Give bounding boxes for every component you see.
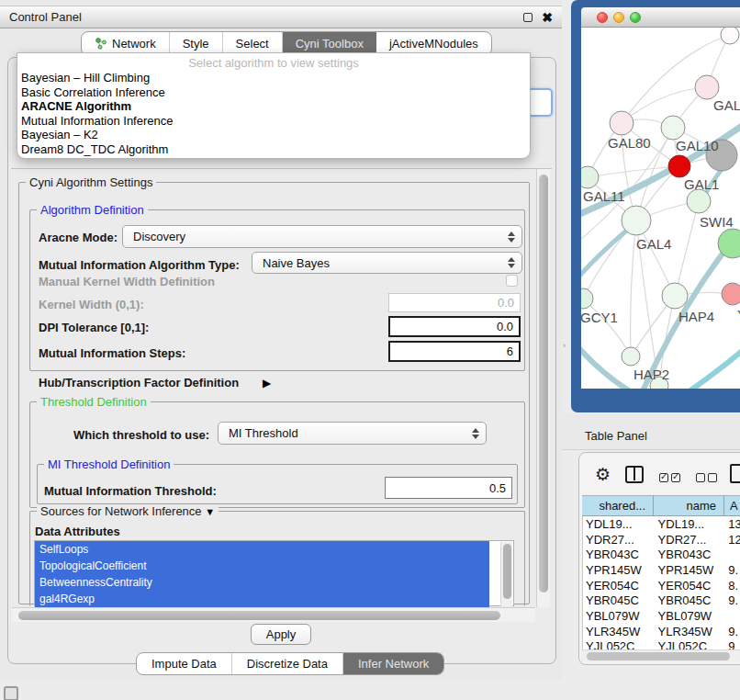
node-label: GAL10 xyxy=(676,138,719,153)
minimize-traffic-light-icon[interactable] xyxy=(613,12,624,23)
table-row[interactable]: YBR043CYBR043C xyxy=(583,547,740,562)
tab-infer-network[interactable]: Infer Network xyxy=(343,653,443,674)
settings-horizontal-scrollbar[interactable] xyxy=(12,607,535,622)
apply-button[interactable]: Apply xyxy=(251,624,311,645)
node-hap2[interactable] xyxy=(622,347,640,366)
mi-threshold-input[interactable]: 0.5 xyxy=(385,477,512,499)
expand-right-triangle-icon[interactable] xyxy=(263,374,271,390)
node-label: GAL xyxy=(713,97,740,113)
node-gal-partial[interactable] xyxy=(695,75,719,99)
bottom-tabbar: Impute Data Discretize Data Infer Networ… xyxy=(136,652,444,675)
table-row[interactable]: YDL19...YDL19...13 xyxy=(583,516,740,532)
hub-definition-toggle[interactable]: Hub/Transcription Factor Definition xyxy=(39,376,239,390)
table-row[interactable]: YBL079WYBL079W xyxy=(583,608,740,624)
list-item-selected[interactable]: gal4RGexp xyxy=(35,591,489,607)
scrollbar-thumb[interactable] xyxy=(18,611,500,620)
gear-icon[interactable]: ⚙ xyxy=(595,464,611,485)
node-label: GAL80 xyxy=(608,135,651,151)
scrollbar-thumb[interactable] xyxy=(503,544,511,599)
node-gcy1[interactable] xyxy=(581,288,593,309)
scrollbar-thumb[interactable] xyxy=(587,652,730,660)
scrollbar-thumb[interactable] xyxy=(539,175,548,593)
column-header-partial[interactable]: A xyxy=(724,495,740,516)
mi-type-select[interactable]: Naive Bayes xyxy=(252,252,522,274)
node-unlabeled[interactable] xyxy=(721,28,739,44)
table-row[interactable]: YPR145WYPR145W9. xyxy=(583,562,740,578)
node-label: GAL4 xyxy=(636,236,671,252)
aracne-mode-select[interactable]: Discovery xyxy=(122,225,522,248)
panel-title: Control Panel xyxy=(9,10,82,24)
data-attributes-label: Data Attributes xyxy=(35,525,120,538)
table-body[interactable]: YDL19...YDL19...13 YDR27...YDR27...12 YB… xyxy=(582,516,740,649)
node-table: shared... name A YDL19...YDL19...13 YDR2… xyxy=(582,495,740,649)
node-salmon[interactable] xyxy=(722,283,740,305)
node-swi4[interactable] xyxy=(687,189,711,213)
node-gal1[interactable] xyxy=(668,155,690,177)
list-item-selected[interactable]: SelfLoops xyxy=(35,541,489,558)
splitter-handle-icon[interactable]: › xyxy=(563,341,566,350)
network-window-titlebar[interactable] xyxy=(581,7,740,28)
dropdown-item[interactable]: Basic Correlation Inference xyxy=(17,85,530,100)
algorithm-dropdown-placeholder: Select algorithm to view settings xyxy=(17,53,530,71)
kernel-width-input[interactable]: 0.0 xyxy=(388,293,521,312)
data-attributes-list[interactable]: SelfLoops TopologicalCoefficient Between… xyxy=(34,540,514,606)
node-gal10[interactable] xyxy=(661,116,685,140)
export-table-icon[interactable] xyxy=(730,464,740,483)
node-gal80[interactable] xyxy=(610,111,633,135)
zoom-traffic-light-icon[interactable] xyxy=(630,12,641,23)
table-row[interactable]: YDR27...YDR27...12 xyxy=(583,532,740,548)
close-icon[interactable]: ✖ xyxy=(542,10,553,25)
mi-type-label: Mutual Information Algorithm Type: xyxy=(39,258,240,272)
settings-vertical-scrollbar[interactable] xyxy=(536,169,550,607)
mi-steps-input[interactable]: 6 xyxy=(388,341,521,362)
node-label: GAL1 xyxy=(684,176,719,192)
dropdown-item[interactable]: Bayesian – Hill Climbing xyxy=(17,71,530,85)
manual-kernel-checkbox[interactable] xyxy=(506,275,518,287)
float-window-icon[interactable] xyxy=(523,13,533,22)
table-row[interactable]: YER054CYER054C8. xyxy=(583,578,740,593)
select-all-checkboxes-icon[interactable] xyxy=(659,469,683,486)
which-threshold-select[interactable]: MI Threshold xyxy=(218,422,487,445)
table-toolbar: ⚙ xyxy=(579,462,740,491)
dropdown-item[interactable]: Bayesian – K2 xyxy=(17,128,530,142)
table-header-row: shared... name A xyxy=(582,495,740,516)
close-traffic-light-icon[interactable] xyxy=(597,12,608,23)
node-label: GAL11 xyxy=(583,188,625,204)
list-item-selected[interactable]: TopologicalCoefficient xyxy=(35,558,489,574)
group-title: MI Threshold Definition xyxy=(44,457,174,471)
columns-icon[interactable] xyxy=(625,466,644,483)
stepper-icon xyxy=(508,231,515,243)
table-horizontal-scrollbar[interactable] xyxy=(581,649,740,661)
collapsed-panel-icon[interactable] xyxy=(4,686,18,700)
tab-network-label: Network xyxy=(112,37,156,51)
node-label: HAP2 xyxy=(633,367,669,382)
table-row[interactable]: YBR045CYBR045C9. xyxy=(583,593,740,608)
dropdown-item-highlighted[interactable]: ARACNE Algorithm xyxy=(17,99,530,114)
node-label: HAP4 xyxy=(678,309,714,324)
inference-combobox-fragment[interactable] xyxy=(527,88,553,117)
collapse-down-triangle-icon[interactable] xyxy=(205,504,215,518)
tab-discretize-data[interactable]: Discretize Data xyxy=(232,653,343,674)
mi-threshold-label: Mutual Information Threshold: xyxy=(44,484,217,498)
column-header-name[interactable]: name xyxy=(654,495,724,516)
list-item-selected[interactable]: BetweennessCentrality xyxy=(35,574,489,591)
dropdown-item[interactable]: Mutual Information Inference xyxy=(17,114,530,129)
node-gal4[interactable] xyxy=(622,206,651,235)
group-title: Cyni Algorithm Settings xyxy=(26,175,156,189)
which-threshold-label: Which threshold to use: xyxy=(73,428,209,442)
network-canvas[interactable]: GAL80 GAL10 GAL1 GAL11 GAL4 SWI4 GCY1 HA… xyxy=(581,28,740,389)
network-view-window[interactable]: GAL80 GAL10 GAL1 GAL11 GAL4 SWI4 GCY1 HA… xyxy=(571,0,740,412)
list-vertical-scrollbar[interactable] xyxy=(500,542,512,606)
node-gal11[interactable] xyxy=(581,166,599,188)
deselect-all-checkboxes-icon[interactable] xyxy=(696,469,720,486)
column-header-shared-name[interactable]: shared... xyxy=(582,495,654,516)
tab-impute-data[interactable]: Impute Data xyxy=(137,653,232,674)
table-panel: ⚙ shared... name A YDL19...YDL19...13 YD… xyxy=(578,452,740,665)
dpi-tolerance-input[interactable]: 0.0 xyxy=(388,316,521,337)
kernel-width-label: Kernel Width (0,1): xyxy=(39,298,144,311)
dropdown-item[interactable]: Dream8 DC_TDC Algorithm xyxy=(17,142,530,157)
table-row[interactable]: YLR345WYLR345W9. xyxy=(583,624,740,639)
table-row[interactable]: YJL052CYJL052C9 xyxy=(583,639,740,650)
aracne-mode-label: Aracne Mode: xyxy=(39,231,118,244)
node-hap4[interactable] xyxy=(662,283,688,309)
